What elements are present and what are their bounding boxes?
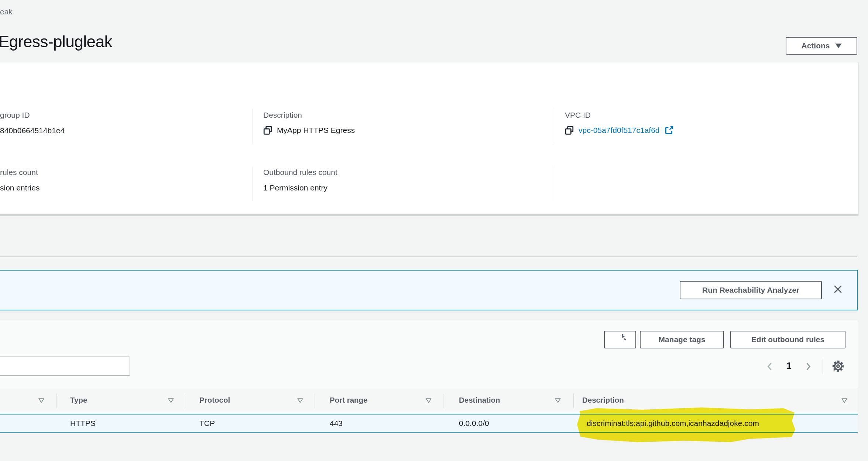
description-text: MyApp HTTPS Egress [277,126,355,135]
current-page-number[interactable]: 1 [783,361,795,371]
run-reachability-analyzer-button[interactable]: Run Reachability Analyzer [680,281,822,299]
vpc-link[interactable]: vpc-05a7fd0f517c1af6d [579,126,660,135]
actions-button[interactable]: Actions [786,37,857,55]
caret-down-icon [835,44,842,48]
divider [186,393,186,408]
outbound-rules-count-value: 1 Permission entry [263,183,327,192]
inbound-rules-count-label: rules count [0,168,38,177]
column-header-port-range[interactable]: Port range [330,396,368,405]
refresh-button[interactable] [604,331,636,348]
close-icon[interactable] [833,284,843,294]
filter-icon[interactable] [38,398,45,403]
description-value: MyApp HTTPS Egress [263,125,355,135]
edit-outbound-rules-label: Edit outbound rules [751,335,824,344]
column-header-protocol[interactable]: Protocol [199,396,230,405]
refresh-icon [615,334,626,345]
column-header-type[interactable]: Type [70,396,87,405]
cell-protocol: TCP [199,415,215,431]
divider [315,393,315,408]
manage-tags-button[interactable]: Manage tags [640,331,724,348]
page-title: Egress-plugleak [0,32,112,51]
actions-button-label: Actions [801,41,830,50]
details-panel [0,62,858,215]
divider [555,109,555,144]
divider [252,167,253,201]
breadcrumb: eak [0,7,13,16]
security-group-id-value: 840b0664514b1e4 [0,126,65,135]
gear-icon[interactable] [832,360,844,372]
filter-icon[interactable] [841,398,848,403]
cell-port-range: 443 [330,415,343,431]
security-group-id-label: group ID [0,111,30,120]
divider [555,167,555,201]
column-header-destination[interactable]: Destination [459,396,500,405]
filter-icon[interactable] [297,398,303,403]
aws-security-group-page: eak Egress-plugleak Actions group ID 840… [0,0,868,461]
inbound-rules-count-value: sion entries [0,183,40,192]
tabs-divider [0,257,857,257]
divider [823,359,823,374]
filter-icon[interactable] [555,398,561,403]
divider [56,393,57,408]
copy-icon[interactable] [565,125,574,135]
filter-rules-input[interactable] [0,357,130,376]
run-reachability-analyzer-label: Run Reachability Analyzer [702,286,799,295]
filter-icon[interactable] [425,398,432,403]
description-label: Description [263,111,302,120]
filter-icon[interactable] [168,398,174,403]
copy-icon[interactable] [263,125,272,135]
vpc-id-value: vpc-05a7fd0f517c1af6d [565,125,674,135]
manage-tags-label: Manage tags [658,335,705,344]
vpc-id-label: VPC ID [565,111,591,120]
column-header-description[interactable]: Description [582,396,624,405]
next-page-icon[interactable] [803,362,813,371]
divider [252,109,253,144]
edit-outbound-rules-button[interactable]: Edit outbound rules [730,331,845,348]
divider [443,393,443,408]
cell-description: discriminat:tls:api.github.com,icanhazda… [587,415,759,431]
divider [573,393,574,408]
cell-destination: 0.0.0.0/0 [459,415,489,431]
cell-type: HTTPS [70,415,96,431]
outbound-rules-count-label: Outbound rules count [263,168,337,177]
previous-page-icon[interactable] [765,362,775,371]
external-link-icon[interactable] [664,125,674,135]
